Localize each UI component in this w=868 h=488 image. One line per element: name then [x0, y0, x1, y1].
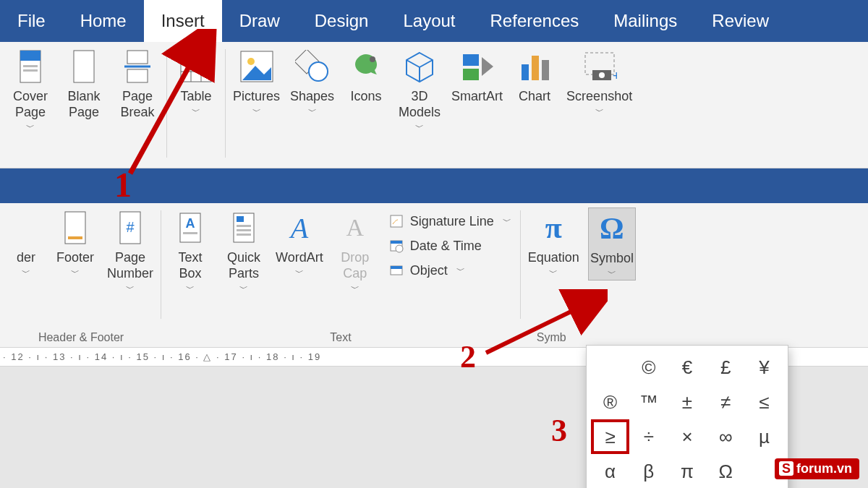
quick-parts-button[interactable]: Quick Parts ﹀ [221, 207, 267, 295]
smartart-icon [460, 49, 495, 84]
svg-point-18 [370, 56, 375, 62]
table-icon [179, 49, 213, 84]
chevron-down-icon: ﹀ [252, 106, 261, 118]
shapes-icon [295, 49, 330, 84]
group-symbols: π Equation ﹀ Ω Symbol ﹀ Symb [522, 207, 640, 347]
chevron-down-icon: ﹀ [295, 267, 304, 279]
table-button[interactable]: Table ﹀ [173, 46, 219, 118]
equation-label: Equation [528, 249, 579, 265]
screenshot-icon: + [582, 49, 617, 84]
cover-page-button[interactable]: Cover Page ﹀ [7, 46, 54, 134]
tab-home[interactable]: Home [63, 0, 144, 42]
screenshot-button[interactable]: + Screenshot ﹀ [565, 46, 634, 118]
symbol-cell[interactable]: × [668, 419, 706, 454]
page-break-button[interactable]: Page Break [114, 46, 161, 120]
svg-rect-4 [74, 51, 94, 82]
object-button[interactable]: Object ﹀ [386, 261, 514, 280]
screenshot-label: Screenshot [566, 88, 632, 104]
signature-line-label: Signature Line [410, 214, 494, 229]
footer-icon [58, 210, 93, 245]
symbol-cell-greater-equal[interactable]: ≥ [591, 419, 629, 454]
tab-design[interactable]: Design [297, 0, 386, 42]
page-number-icon: # [113, 210, 148, 245]
symbol-cell[interactable]: ™ [629, 385, 668, 419]
footer-button[interactable]: Footer ﹀ [52, 207, 98, 279]
shapes-button[interactable]: Shapes ﹀ [289, 46, 336, 118]
svg-rect-39 [183, 232, 197, 234]
wordart-button[interactable]: A WordArt ﹀ [274, 207, 325, 279]
symbol-cell[interactable]: € [668, 350, 706, 385]
svg-text:#: # [126, 219, 135, 235]
group-text: A Text Box ﹀ Quick Parts ﹀ A WordArt ﹀ [163, 207, 519, 347]
chart-label: Chart [519, 88, 550, 104]
signature-line-button[interactable]: Signature Line ﹀ [386, 212, 514, 231]
symbol-cell[interactable]: £ [707, 350, 745, 385]
date-time-icon [388, 238, 404, 254]
equation-button[interactable]: π Equation ﹀ [527, 207, 581, 279]
date-time-button[interactable]: Date & Time [386, 236, 514, 255]
quick-parts-label: Quick Parts [227, 249, 260, 281]
chevron-down-icon: ﹀ [26, 121, 35, 134]
symbol-cell[interactable]: µ [745, 419, 783, 454]
separator [166, 49, 167, 158]
symbol-cell[interactable]: ± [668, 385, 706, 419]
svg-rect-1 [20, 51, 41, 61]
symbol-cell[interactable]: ¥ [745, 350, 783, 385]
icons-label: Icons [351, 88, 382, 104]
blank-page-button[interactable]: Blank Page [61, 46, 107, 120]
separator [520, 210, 521, 319]
symbol-cell[interactable]: Ω [707, 454, 745, 488]
group-tables: Table ﹀ [169, 46, 224, 168]
symbol-cell[interactable]: α [591, 454, 629, 488]
tab-insert[interactable]: Insert [144, 0, 222, 42]
object-label: Object [410, 263, 448, 278]
watermark-badge: forum.vn [775, 458, 859, 479]
group-header-footer: der ﹀ Footer ﹀ # Page Number ﹀ Header & … [3, 207, 159, 347]
svg-rect-44 [237, 234, 251, 236]
svg-rect-24 [463, 69, 479, 80]
tab-layout[interactable]: Layout [386, 0, 472, 42]
drop-cap-label: Drop Cap [341, 249, 369, 281]
symbol-button[interactable]: Ω Symbol ﹀ [588, 207, 636, 281]
annotation-1: 1 [114, 165, 132, 205]
symbol-cell[interactable]: © [629, 350, 668, 385]
symbol-cell[interactable]: β [629, 454, 668, 488]
svg-rect-27 [532, 56, 539, 80]
pictures-icon [239, 49, 274, 84]
svg-point-17 [309, 62, 328, 81]
chevron-down-icon: ﹀ [595, 106, 604, 118]
text-box-label: Text Box [179, 249, 203, 281]
svg-rect-47 [391, 241, 402, 244]
tab-mailings[interactable]: Mailings [596, 0, 694, 42]
chevron-down-icon: ﹀ [608, 267, 616, 280]
symbol-icon: Ω [595, 211, 629, 246]
chevron-down-icon: ﹀ [192, 106, 200, 118]
chevron-down-icon: ﹀ [415, 121, 424, 134]
blank-page-label: Blank Page [67, 88, 100, 120]
ribbon-insert-top: Cover Page ﹀ Blank Page Page Break [0, 42, 868, 168]
tab-references[interactable]: References [473, 0, 597, 42]
drop-cap-button[interactable]: A Drop Cap ﹀ [332, 207, 378, 295]
3d-models-button[interactable]: 3D Models ﹀ [396, 46, 443, 134]
symbol-cell[interactable]: ≠ [707, 385, 745, 419]
icons-button[interactable]: Icons [343, 46, 389, 104]
tab-draw[interactable]: Draw [222, 0, 297, 42]
object-icon [388, 262, 404, 278]
pictures-button[interactable]: Pictures ﹀ [231, 46, 281, 118]
header-button[interactable]: der ﹀ [7, 207, 45, 279]
symbol-cell[interactable]: ÷ [629, 419, 668, 454]
tab-review[interactable]: Review [694, 0, 786, 42]
smartart-button[interactable]: SmartArt [450, 46, 504, 104]
tab-file[interactable]: File [0, 0, 63, 42]
chart-button[interactable]: Chart [511, 46, 558, 104]
symbol-cell[interactable]: π [668, 454, 706, 488]
symbol-cell[interactable]: ® [591, 385, 629, 419]
chevron-down-icon: ﹀ [186, 283, 195, 295]
text-box-icon: A [173, 210, 208, 245]
separator [161, 210, 161, 319]
symbol-cell[interactable]: ∞ [707, 419, 745, 454]
text-box-button[interactable]: A Text Box ﹀ [167, 207, 213, 295]
symbol-cell[interactable]: ≤ [745, 385, 783, 419]
page-number-button[interactable]: # Page Number ﹀ [106, 207, 155, 295]
svg-rect-8 [181, 51, 211, 82]
